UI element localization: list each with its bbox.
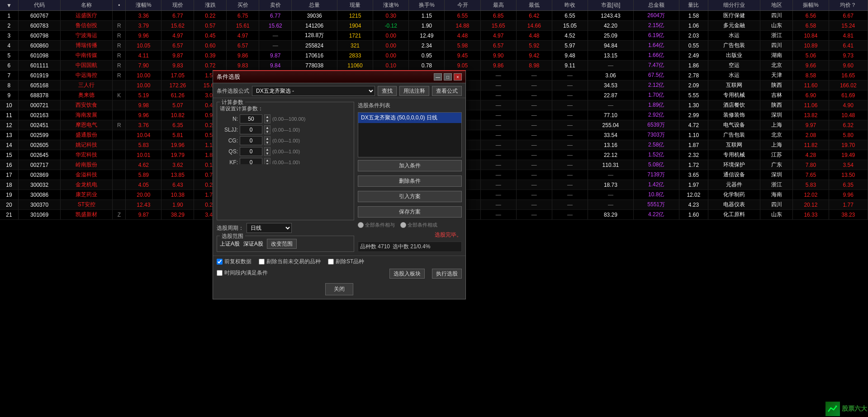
param-spinner-sljj[interactable]: ▲ ▼ bbox=[264, 125, 270, 134]
table-row[interactable]: 2600783鲁信创投R3.7915.620.5715.6115.6214120… bbox=[0, 21, 868, 31]
param-input-cg[interactable] bbox=[240, 136, 262, 145]
col-header-prev[interactable]: 昨收 bbox=[552, 0, 588, 11]
checkbox-prev[interactable] bbox=[217, 259, 223, 265]
col-header-amount[interactable]: 总金额 bbox=[633, 0, 679, 11]
table-cell: — bbox=[552, 110, 588, 120]
spinner-up-n[interactable]: ▲ bbox=[265, 115, 270, 119]
spinner-up-sljj[interactable]: ▲ bbox=[265, 126, 270, 130]
table-cell: 10.00 bbox=[126, 81, 161, 90]
radio-all-or[interactable] bbox=[400, 222, 406, 228]
find-btn[interactable]: 查找 bbox=[378, 86, 397, 96]
col-header-sector[interactable]: 细分行业 bbox=[708, 0, 760, 11]
table-row[interactable]: 5601098中南传媒R4.119.870.399.869.8717061628… bbox=[0, 51, 868, 61]
scope-sz-tag[interactable]: 深证A股 bbox=[243, 240, 263, 248]
col-header-region[interactable]: 地区 bbox=[760, 0, 793, 11]
spinner-down-n[interactable]: ▼ bbox=[265, 119, 270, 123]
col-header-price[interactable]: 现价 bbox=[161, 0, 194, 11]
add-condition-btn[interactable]: 加入条件 bbox=[358, 160, 462, 171]
col-header-speed[interactable]: 涨速% bbox=[373, 0, 409, 11]
col-header-turnover[interactable]: 换手% bbox=[409, 0, 445, 11]
table-cell: 4.28 bbox=[793, 150, 829, 160]
table-cell: 321 bbox=[337, 41, 373, 51]
checkbox-period[interactable] bbox=[217, 270, 223, 276]
spinner-down-kf[interactable]: ▼ bbox=[265, 162, 270, 164]
checkbox-exclude-st[interactable] bbox=[328, 259, 334, 265]
formula-select[interactable]: DX五龙齐聚选 - bbox=[252, 86, 375, 96]
col-header-open[interactable]: 今开 bbox=[445, 0, 480, 11]
table-cell: — bbox=[516, 170, 552, 180]
delete-condition-btn[interactable]: 删除条件 bbox=[358, 175, 462, 187]
table-cell: 10.01 bbox=[126, 150, 161, 160]
checkbox-exclude-st-label[interactable]: 剔除ST品种 bbox=[328, 258, 364, 265]
table-row[interactable]: 1600767运盛医疗3.366.770.226.756.77390361215… bbox=[0, 11, 868, 21]
col-header-high[interactable]: 最高 bbox=[480, 0, 516, 11]
execute-btn[interactable]: 执行选股 bbox=[432, 269, 462, 279]
spinner-down-qs[interactable]: ▼ bbox=[265, 152, 270, 156]
col-header-amp[interactable]: 振幅% bbox=[793, 0, 829, 11]
table-cell: — bbox=[516, 90, 552, 100]
dialog-close-btn[interactable]: × bbox=[454, 73, 462, 81]
table-row[interactable]: 4600860博瑞传播R10.056.570.606.57—2558243210… bbox=[0, 41, 868, 51]
conditions-list[interactable]: DX五龙齐聚选 (50,0,0,0,0) 日线 bbox=[358, 112, 462, 157]
spinner-up-cg[interactable]: ▲ bbox=[265, 137, 270, 141]
radio-all-and-label[interactable]: 全部条件相与 bbox=[358, 222, 395, 228]
table-cell: 4.48 bbox=[516, 31, 552, 41]
table-cell: 6.90 bbox=[793, 90, 829, 100]
usage-btn[interactable]: 用法注释 bbox=[399, 86, 429, 96]
col-header-code[interactable]: 代码 bbox=[18, 0, 61, 11]
checkbox-prev-label[interactable]: 前复权数据 bbox=[217, 258, 251, 265]
col-header-avg[interactable]: 均价？ bbox=[829, 0, 868, 11]
col-header-total[interactable]: 总量 bbox=[292, 0, 337, 11]
checkbox-period-label[interactable]: 时间段内满足条件 bbox=[217, 269, 268, 277]
table-cell: — bbox=[552, 120, 588, 130]
scope-change-btn[interactable]: 改变范围 bbox=[267, 239, 297, 249]
view-formula-btn[interactable]: 查看公式 bbox=[432, 86, 462, 96]
param-input-qs[interactable] bbox=[240, 147, 262, 156]
checkbox-exclude-untrade[interactable] bbox=[259, 259, 265, 265]
param-spinner-cg[interactable]: ▲ ▼ bbox=[264, 136, 270, 145]
import-plan-btn[interactable]: 引入方案 bbox=[358, 191, 462, 202]
radio-row: 全部条件相与 全部条件相或 bbox=[358, 222, 462, 228]
param-input-kf[interactable] bbox=[240, 158, 262, 164]
col-header-change[interactable]: 涨跌 bbox=[194, 0, 227, 11]
param-row-cg: CG: ▲ ▼ (0.00—1.00) bbox=[220, 136, 351, 145]
dialog-maximize-btn[interactable]: □ bbox=[444, 73, 452, 81]
table-cell: 浙江 bbox=[760, 180, 793, 190]
table-cell: 0.95 bbox=[409, 51, 445, 61]
param-spinner-kf[interactable]: ▲ ▼ bbox=[264, 158, 270, 164]
table-cell: 1.15 bbox=[409, 11, 445, 21]
save-plan-btn[interactable]: 保存方案 bbox=[358, 206, 462, 218]
col-header-name[interactable]: 名称 bbox=[61, 0, 113, 11]
spinner-down-sljj[interactable]: ▼ bbox=[265, 130, 270, 134]
spinner-up-kf[interactable]: ▲ bbox=[265, 158, 270, 162]
col-header-pe[interactable]: 市盈[动] bbox=[588, 0, 634, 11]
table-cell: 601098 bbox=[18, 51, 61, 61]
param-spinner-qs[interactable]: ▲ ▼ bbox=[264, 147, 270, 156]
spinner-up-qs[interactable]: ▲ bbox=[265, 147, 270, 152]
col-header-low[interactable]: 最低 bbox=[516, 0, 552, 11]
select-board-btn[interactable]: 选股入板块 bbox=[389, 269, 425, 279]
col-header-sell[interactable]: 卖价 bbox=[259, 0, 292, 11]
param-input-n[interactable] bbox=[240, 114, 262, 123]
radio-all-and[interactable] bbox=[358, 222, 364, 228]
param-spinner-n[interactable]: ▲ ▼ bbox=[264, 114, 270, 123]
period-select[interactable]: 日线 周线 月线 60分钟 30分钟 bbox=[247, 223, 292, 233]
close-dialog-btn[interactable]: 关闭 bbox=[325, 283, 353, 295]
param-input-sljj[interactable] bbox=[240, 125, 262, 134]
table-row[interactable]: 3600798宁波海运R9.964.970.454.97—128.8万17210… bbox=[0, 31, 868, 41]
spinner-down-cg[interactable]: ▼ bbox=[265, 141, 270, 145]
condition-item-1[interactable]: DX五龙齐聚选 (50,0,0,0,0) 日线 bbox=[358, 113, 461, 123]
col-header-buy[interactable]: 买价 bbox=[227, 0, 259, 11]
param-label-sljj: SLJJ: bbox=[220, 127, 238, 133]
col-header-num[interactable]: ▼ bbox=[0, 0, 18, 11]
scope-a-tag[interactable]: 上证A股 bbox=[220, 240, 240, 248]
col-header-current[interactable]: 现量 bbox=[337, 0, 373, 11]
radio-all-or-label[interactable]: 全部条件相或 bbox=[400, 222, 437, 228]
checkbox-exclude-untrade-label[interactable]: 剔除当前未交易的品种 bbox=[259, 258, 321, 265]
table-row[interactable]: 6601111中国国航R7.909.830.729.839.8477803811… bbox=[0, 61, 868, 71]
table-cell: 9.83 bbox=[227, 61, 259, 71]
dialog-minimize-btn[interactable]: — bbox=[434, 73, 442, 81]
col-header-ratio[interactable]: 量比 bbox=[679, 0, 708, 11]
table-cell bbox=[113, 200, 126, 210]
col-header-pct[interactable]: 涨幅% bbox=[126, 0, 161, 11]
